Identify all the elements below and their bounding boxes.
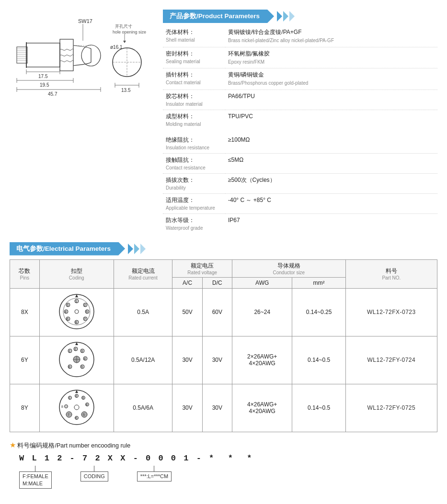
param-label-molding-cn: 成型材料：	[166, 112, 222, 121]
params-table-2: 绝缘阻抗： Insulation resistance ≥100MΩ 接触阻抗：…	[163, 134, 437, 234]
svg-text:7: 7	[84, 317, 86, 321]
param-row-insulator: 胶芯材料： Insulator material PA66/TPU	[163, 90, 437, 110]
svg-text:8: 8	[75, 321, 77, 324]
svg-text:5: 5	[83, 413, 85, 416]
svg-text:13.5: 13.5	[121, 88, 131, 93]
encoding-title-cn: 料号编码规格	[17, 442, 55, 449]
pin-diagram-6y: 1 2 3 4 5	[57, 340, 96, 379]
product-params-title-en: Product Parameters	[198, 12, 260, 20]
param-label-shell-en: Shell material	[166, 36, 222, 44]
arrow-2	[283, 11, 288, 22]
td-partno-8y: WL12-72FY-0725	[345, 384, 437, 432]
th-rated-current: 额定电流 Rated current	[114, 259, 172, 288]
td-mm2-8x: 0.14~0.25	[292, 288, 345, 336]
th-conductor: 导体规格 Conductor size	[232, 259, 345, 277]
ann-box-coding: CODING	[80, 471, 108, 482]
svg-text:17.5: 17.5	[38, 74, 48, 79]
param-value-shell-cn: 黄铜镀镍/锌合金度镍/PA+GF	[228, 29, 301, 35]
ann-female-male: F:FEMALEM:MALE	[19, 466, 52, 489]
svg-rect-4	[17, 47, 27, 63]
td-current-8y: 0.5A/6A	[114, 384, 172, 432]
encoding-title-en: Part number encooding rule	[57, 442, 130, 449]
table-row-6y: 6Y 1 2	[10, 336, 437, 384]
table-header-row-1: 芯数 Pins 扣型 Coding 额定电流 Rated current 额定电…	[10, 259, 437, 277]
svg-text:45.7: 45.7	[48, 91, 57, 97]
param-value-molding: TPU/PVC	[228, 113, 253, 120]
elec-title-cn: 电气参数	[16, 245, 43, 252]
arrow-1	[277, 11, 282, 22]
td-coding-6y: 1 2 3 4 5	[39, 336, 114, 384]
th-pins: 芯数 Pins	[10, 259, 40, 288]
svg-point-43	[75, 310, 79, 314]
svg-point-91	[64, 404, 68, 408]
electrical-table: 芯数 Pins 扣型 Coding 额定电流 Rated current 额定电…	[10, 259, 437, 432]
param-row-temp: 适用温度： Applicable temperature -40° C ～ +8…	[163, 193, 437, 213]
svg-point-93	[74, 405, 79, 410]
th-awg: AWG	[232, 277, 292, 288]
header-arrows	[276, 11, 295, 22]
svg-text:SW17: SW17	[78, 18, 92, 24]
svg-text:19.5: 19.5	[40, 82, 49, 88]
td-pins-6y: 6Y	[10, 336, 40, 384]
param-label-contact-cn: 插针材料：	[166, 70, 222, 79]
electrical-section: 电气参数/Electrical Parameters 芯数 Pins 扣型 C	[10, 242, 437, 432]
param-row-seal: 密封材料： Sealing material 环氧树脂/氟橡胶 Epoxy re…	[163, 47, 437, 68]
td-ac-8x: 50V	[172, 288, 202, 336]
elec-title-en: Electrical Parameters	[45, 245, 111, 252]
svg-text:2: 2	[74, 347, 76, 351]
td-partno-8x: WL12-72FX-0723	[345, 288, 437, 336]
td-ac-6y: 30V	[172, 336, 202, 384]
table-row-8y: 8Y 1 2 3 4	[10, 384, 437, 432]
svg-text:4: 4	[84, 357, 86, 360]
product-params-title-cn: 产品参数	[170, 12, 196, 20]
th-rated-voltage: 额定电压 Rated voltage	[172, 259, 232, 277]
param-label-insulator-cn: 胶芯材料：	[166, 92, 222, 101]
param-value-contact-cn: 黄铜/磷铜镀金	[228, 71, 264, 78]
param-value-insulator: PA66/TPU	[228, 93, 255, 100]
svg-text:6: 6	[67, 317, 69, 321]
param-value-shell-en: Brass nickel-plated/Zinc alloy nickel-pl…	[228, 38, 334, 43]
param-label-insulator-en: Insulator material	[166, 101, 222, 108]
page-container: SW17	[10, 10, 437, 489]
th-coding: 扣型 Coding	[39, 259, 114, 288]
ann-box-female-male: F:FEMALEM:MALE	[19, 471, 52, 489]
ann-length: ***:L=***CM	[137, 466, 172, 482]
param-label-molding-en: Molding material	[166, 121, 222, 128]
param-row-insulation: 绝缘阻抗： Insulation resistance ≥100MΩ	[163, 134, 437, 154]
svg-text:6: 6	[69, 365, 70, 369]
svg-text:4: 4	[65, 310, 67, 314]
svg-text:6: 6	[75, 416, 77, 420]
param-value-seal-cn: 环氧树脂/氟橡胶	[228, 50, 270, 57]
param-row-shell: 壳体材料： Shell material 黄铜镀镍/锌合金度镍/PA+GF Br…	[163, 26, 437, 47]
param-row-contact-res: 接触阻抗： Contact resistance ≤5MΩ	[163, 153, 437, 173]
td-pins-8y: 8Y	[10, 384, 40, 432]
params-table-1: 壳体材料： Shell material 黄铜镀镍/锌合金度镍/PA+GF Br…	[163, 26, 437, 130]
encoding-title: ★ 料号编码规格/Part number encooding rule	[10, 441, 437, 450]
td-ac-8y: 30V	[172, 384, 202, 432]
svg-text:5: 5	[86, 310, 88, 314]
td-dc-8y: 30V	[202, 384, 232, 432]
th-part-no: 料号 Part NO.	[345, 259, 437, 288]
product-params-title: 产品参数/Product Parameters	[163, 10, 274, 23]
svg-text:1: 1	[75, 300, 77, 303]
params-area: 产品参数/Product Parameters 壳体材料： Shell mate…	[163, 10, 437, 234]
ann-box-length: ***:L=***CM	[137, 471, 172, 482]
top-section: SW17	[10, 10, 437, 234]
param-label-seal-en: Sealing material	[166, 58, 222, 65]
th-dc: D/C	[202, 277, 232, 288]
table-row-8x: 8X 1	[10, 288, 437, 336]
ann-line-2	[94, 466, 94, 471]
svg-text:3: 3	[82, 396, 84, 400]
svg-rect-2	[26, 43, 60, 67]
encoding-code-display: W L 1 2 - 7 2 X X - 0 0 0 1 - * * *	[19, 454, 437, 463]
pin-diagram-8y: 1 2 3 4 5 6	[57, 388, 96, 426]
param-label-shell-cn: 壳体材料：	[166, 28, 222, 36]
product-params-header: 产品参数/Product Parameters	[163, 10, 437, 23]
td-coding-8y: 1 2 3 4 5 6	[39, 384, 114, 432]
td-mm2-8y: 0.14~0.5	[292, 384, 345, 432]
technical-drawing: SW17	[12, 14, 151, 129]
svg-marker-32	[123, 41, 126, 43]
elec-arrow-1	[128, 244, 133, 254]
th-mm2: mm²	[292, 277, 345, 288]
ann-coding: CODING	[80, 466, 108, 482]
